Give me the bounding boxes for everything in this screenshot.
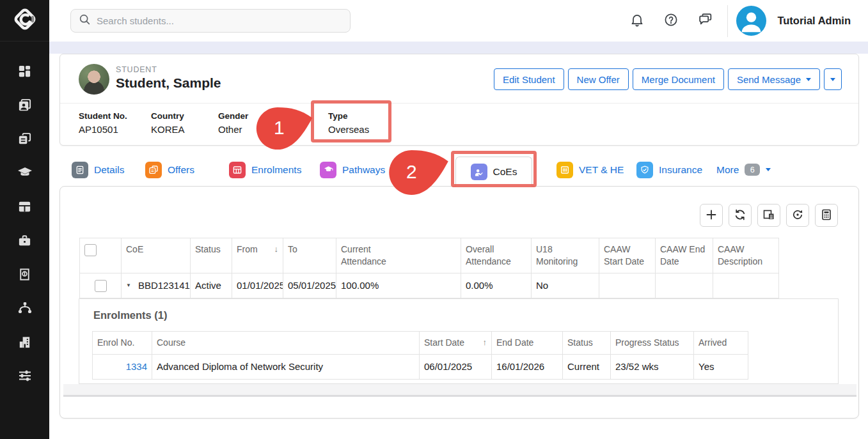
- chevron-down-icon: [766, 168, 771, 171]
- col-header-enrol-no[interactable]: Enrol No.: [93, 332, 152, 355]
- calculator-button[interactable]: [815, 204, 838, 227]
- bell-icon: [629, 12, 645, 30]
- tab-more[interactable]: More 6: [716, 153, 771, 186]
- column-chooser-button[interactable]: [757, 204, 780, 227]
- tab-coes[interactable]: CoEs: [455, 157, 532, 187]
- col-header-course[interactable]: Course: [152, 332, 420, 355]
- col-header-status[interactable]: Status: [191, 238, 232, 273]
- enrol-no-link[interactable]: 1334: [126, 361, 147, 372]
- building-icon: [17, 335, 32, 350]
- col-header-current-attendance[interactable]: Current Attendance: [336, 238, 461, 273]
- col-header-coe[interactable]: CoE: [122, 238, 191, 273]
- tab-vet-he[interactable]: VET & HE: [556, 153, 624, 186]
- col-header-caaw-end[interactable]: CAAW End Date: [656, 238, 713, 273]
- col-header-overall-attendance[interactable]: Overall Attendance: [461, 238, 532, 273]
- tab-offers[interactable]: Offers: [145, 153, 194, 186]
- notifications-button[interactable]: [624, 8, 651, 35]
- help-button[interactable]: [658, 8, 684, 35]
- sidebar-item-services[interactable]: [11, 226, 39, 254]
- sidebar-item-courses[interactable]: [11, 158, 39, 187]
- select-all-header: [80, 238, 122, 273]
- app-logo[interactable]: [0, 0, 49, 42]
- enrolments-header-row: Enrol No. Course Start Date↑ End Date St…: [93, 332, 748, 355]
- merge-document-button[interactable]: Merge Document: [633, 68, 724, 90]
- tab-pathways[interactable]: Pathways: [320, 153, 385, 186]
- add-coe-button[interactable]: [700, 204, 723, 227]
- grid-horizontal-scrollbar[interactable]: [63, 384, 856, 397]
- sidebar-nav: [0, 42, 49, 396]
- sidebar-item-students[interactable]: [11, 91, 39, 119]
- tab-insurance[interactable]: Insurance: [636, 153, 702, 186]
- vet-he-tab-icon: [556, 162, 573, 178]
- enrolment-row: 1334 Advanced Diploma of Network Securit…: [93, 354, 748, 379]
- messages-button[interactable]: [691, 8, 718, 35]
- col-header-arrived[interactable]: Arrived: [694, 332, 748, 355]
- topbar-shadow-band: [49, 42, 868, 54]
- refresh-button[interactable]: [729, 204, 752, 227]
- current-attendance-cell: 100.00%: [336, 273, 461, 298]
- coes-panel: CoE Status From↓ To Current Attendance O…: [59, 186, 859, 419]
- sidebar-item-classes[interactable]: [11, 192, 39, 220]
- select-all-checkbox[interactable]: [84, 244, 97, 256]
- pathways-tab-icon: [320, 162, 336, 178]
- search-box: [70, 9, 351, 33]
- more-actions-button[interactable]: [824, 68, 842, 90]
- col-header-caaw-description[interactable]: CAAW Description: [713, 238, 779, 273]
- enrol-no-cell: 1334: [93, 354, 152, 379]
- sort-ascending-icon: ↑: [483, 337, 487, 348]
- sidebar-item-campus[interactable]: [11, 328, 39, 356]
- enrolments-grid: Enrol No. Course Start Date↑ End Date St…: [92, 331, 748, 380]
- chevron-down-icon: [830, 78, 835, 81]
- col-header-to[interactable]: To: [283, 238, 336, 273]
- u18-monitoring-cell: No: [532, 273, 599, 298]
- sidebar-item-dashboard[interactable]: [11, 57, 39, 85]
- row-select-cell: [80, 273, 122, 298]
- sidebar-item-offers[interactable]: [11, 125, 39, 153]
- network-icon: [17, 300, 33, 316]
- topbar: Tutorial Admin: [49, 0, 868, 42]
- status-cell: Active: [191, 273, 232, 298]
- tab-enrolments[interactable]: Enrolments: [229, 153, 301, 186]
- coe-cell: ▼ BBD123141: [122, 273, 191, 298]
- briefcase-icon: [17, 233, 32, 248]
- send-message-button[interactable]: Send Message: [728, 68, 820, 90]
- overall-attendance-cell: 0.00%: [461, 273, 532, 298]
- col-header-end-date[interactable]: End Date: [492, 332, 563, 355]
- chat-icon: [697, 12, 713, 30]
- search-icon: [79, 13, 91, 28]
- tab-details[interactable]: Details: [72, 153, 124, 186]
- sidebar-item-finance[interactable]: [11, 260, 39, 288]
- sort-descending-icon: ↓: [274, 243, 279, 255]
- col-header-u18-monitoring[interactable]: U18 Monitoring: [532, 238, 599, 273]
- caaw-start-cell: [599, 273, 656, 298]
- sidebar-item-settings[interactable]: [11, 362, 39, 390]
- history-button[interactable]: [786, 204, 809, 227]
- topbar-actions: Tutorial Admin: [624, 0, 868, 42]
- edit-student-button[interactable]: Edit Student: [494, 68, 564, 90]
- student-kicker: STUDENT: [116, 65, 157, 74]
- user-menu[interactable]: Tutorial Admin: [736, 6, 868, 36]
- layout-icon: [17, 199, 32, 214]
- offers-tab-icon: [145, 162, 162, 178]
- col-header-caaw-start[interactable]: CAAW Start Date: [599, 238, 656, 273]
- collapse-row-icon[interactable]: ▼: [126, 282, 131, 288]
- col-header-from[interactable]: From↓: [232, 238, 283, 273]
- sidebar-item-agents[interactable]: [11, 294, 39, 322]
- dashboard-icon: [17, 64, 32, 79]
- field-country: Country KOREA: [151, 104, 185, 135]
- user-name: Tutorial Admin: [777, 15, 851, 27]
- user-avatar-icon: [736, 6, 766, 36]
- coe-grid: CoE Status From↓ To Current Attendance O…: [79, 238, 779, 298]
- col-header-enrol-status[interactable]: Status: [563, 332, 611, 355]
- student-actions: Edit Student New Offer Merge Document Se…: [494, 68, 842, 90]
- field-gender: Gender Other: [218, 104, 248, 135]
- row-checkbox[interactable]: [95, 280, 107, 292]
- grid-toolbar: [700, 204, 838, 227]
- col-header-start-date[interactable]: Start Date↑: [420, 332, 492, 355]
- new-offer-button[interactable]: New Offer: [568, 68, 629, 90]
- search-input[interactable]: [97, 15, 342, 26]
- enrol-status-cell: Current: [563, 354, 611, 379]
- tab-bar: Details Offers Enrolments Pathways CoEs: [59, 153, 859, 186]
- col-header-progress-status[interactable]: Progress Status: [611, 332, 694, 355]
- enrolments-title: Enrolments (1): [93, 309, 168, 321]
